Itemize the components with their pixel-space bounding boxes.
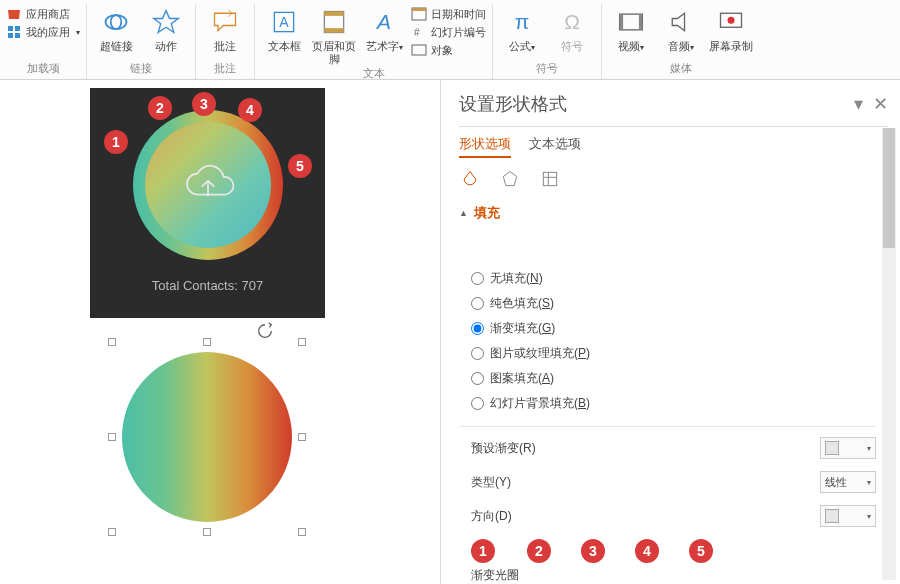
equation-button[interactable]: π 公式▾ (499, 4, 545, 53)
resize-handle[interactable] (298, 433, 306, 441)
symbol-button[interactable]: Ω 符号 (549, 4, 595, 53)
preview-marker-3: 3 (192, 92, 216, 116)
size-props-icon[interactable] (539, 168, 561, 190)
svg-rect-20 (620, 14, 624, 30)
pane-close-icon[interactable]: ✕ (873, 93, 888, 115)
resize-handle[interactable] (108, 433, 116, 441)
wordart-label: 艺术字 (366, 40, 399, 52)
action-button[interactable]: 动作 (143, 4, 189, 53)
screenrec-button[interactable]: 屏幕录制 (708, 4, 754, 53)
datetime-icon (411, 6, 427, 22)
action-icon (150, 6, 182, 38)
equation-label: 公式 (509, 40, 531, 52)
store-label: 应用商店 (26, 7, 70, 22)
equation-icon: π (506, 6, 538, 38)
pane-title: 设置形状格式 (459, 92, 567, 116)
svg-rect-21 (639, 14, 643, 30)
fill-solid-radio[interactable]: 纯色填充(S) (471, 295, 876, 312)
pane-menu-icon[interactable]: ▾ (854, 93, 863, 115)
symbol-label: 符号 (561, 40, 583, 53)
headerfooter-icon (318, 6, 350, 38)
resize-handle[interactable] (203, 528, 211, 536)
store-button[interactable]: 应用商店 (6, 6, 80, 22)
slidenum-label: 幻灯片编号 (431, 25, 486, 40)
tab-shape-options[interactable]: 形状选项 (459, 135, 511, 158)
datetime-label: 日期和时间 (431, 7, 486, 22)
fill-pattern-radio[interactable]: 图案填充(A) (471, 370, 876, 387)
wordart-button[interactable]: A 艺术字▾ (361, 4, 407, 53)
svg-rect-25 (543, 172, 556, 185)
grad-marker-1: 1 (471, 539, 495, 563)
gradient-type-dropdown[interactable]: 线性▾ (820, 471, 876, 493)
slidenum-icon: # (411, 24, 427, 40)
grad-marker-5: 5 (689, 539, 713, 563)
group-label-symbols: 符号 (536, 61, 558, 77)
headerfooter-button[interactable]: 页眉和页脚 (311, 4, 357, 66)
format-shape-pane: 设置形状格式 ▾ ✕ 形状选项 文本选项 ▲填充 无填充(N) 纯色填充(S) (440, 80, 900, 584)
symbol-icon: Ω (556, 6, 588, 38)
selected-shape[interactable] (112, 342, 302, 532)
audio-button[interactable]: 音频▾ (658, 4, 704, 53)
slidenum-button[interactable]: # 幻灯片编号 (411, 24, 486, 40)
preset-gradient-dropdown[interactable]: ▾ (820, 437, 876, 459)
grad-marker-2: 2 (527, 539, 551, 563)
pane-scrollbar[interactable] (882, 128, 896, 580)
fill-picture-radio[interactable]: 图片或纹理填充(P) (471, 345, 876, 362)
grad-marker-3: 3 (581, 539, 605, 563)
effects-icon[interactable] (499, 168, 521, 190)
fill-line-icon[interactable] (459, 168, 481, 190)
svg-rect-2 (8, 33, 13, 38)
myapps-button[interactable]: 我的应用▾ (6, 24, 80, 40)
fill-gradient-radio[interactable]: 渐变填充(G) (471, 320, 876, 337)
resize-handle[interactable] (108, 528, 116, 536)
rotate-handle[interactable] (256, 322, 274, 340)
object-button[interactable]: 对象 (411, 42, 486, 58)
fill-section-header[interactable]: ▲填充 (459, 204, 888, 222)
fill-slidebg-radio[interactable]: 幻灯片背景填充(B) (471, 395, 876, 412)
audio-label: 音频 (668, 40, 690, 52)
resize-handle[interactable] (298, 528, 306, 536)
group-label-media: 媒体 (670, 61, 692, 77)
gradient-ring (133, 110, 283, 260)
svg-text:π: π (515, 10, 530, 33)
hyperlink-button[interactable]: 超链接 (93, 4, 139, 53)
group-label-addins: 加载项 (27, 61, 60, 77)
video-button[interactable]: 视频▾ (608, 4, 654, 53)
resize-handle[interactable] (203, 338, 211, 346)
svg-rect-14 (412, 8, 426, 11)
comment-icon (209, 6, 241, 38)
screenrec-icon (715, 6, 747, 38)
textbox-button[interactable]: A 文本框 (261, 4, 307, 53)
resize-handle[interactable] (108, 338, 116, 346)
tab-text-options[interactable]: 文本选项 (529, 135, 581, 158)
fill-none-radio[interactable]: 无填充(N) (471, 270, 876, 287)
svg-text:Ω: Ω (564, 10, 580, 33)
group-media: 视频▾ 音频▾ 屏幕录制 媒体 (602, 4, 760, 79)
pane-tabs: 形状选项 文本选项 (459, 135, 888, 158)
video-icon (615, 6, 647, 38)
datetime-button[interactable]: 日期和时间 (411, 6, 486, 22)
gradient-direction-dropdown[interactable]: ▾ (820, 505, 876, 527)
comment-button[interactable]: 批注 (202, 4, 248, 53)
svg-rect-11 (324, 28, 343, 32)
gradient-circle[interactable] (122, 352, 292, 522)
group-links: 超链接 动作 链接 (87, 4, 196, 79)
gradient-inner (145, 122, 271, 248)
svg-rect-10 (324, 12, 343, 16)
svg-text:A: A (279, 14, 289, 30)
group-text: A 文本框 页眉和页脚 A 艺术字▾ 日期和时间 # 幻灯片编号 (255, 4, 493, 79)
svg-text:A: A (375, 10, 391, 33)
store-icon (6, 6, 22, 22)
preview-label: Total Contacts: 707 (152, 278, 263, 293)
svg-marker-6 (154, 11, 179, 33)
preview-marker-1: 1 (104, 130, 128, 154)
resize-handle[interactable] (298, 338, 306, 346)
cloud-upload-icon (180, 156, 236, 215)
svg-rect-0 (8, 26, 13, 31)
svg-point-5 (111, 15, 122, 29)
object-label: 对象 (431, 43, 453, 58)
textbox-label: 文本框 (268, 40, 301, 53)
group-label-comments: 批注 (214, 61, 236, 77)
group-comments: 批注 批注 (196, 4, 255, 79)
slide-canvas[interactable]: 1 2 3 4 5 Total Contacts: 707 (0, 80, 440, 584)
